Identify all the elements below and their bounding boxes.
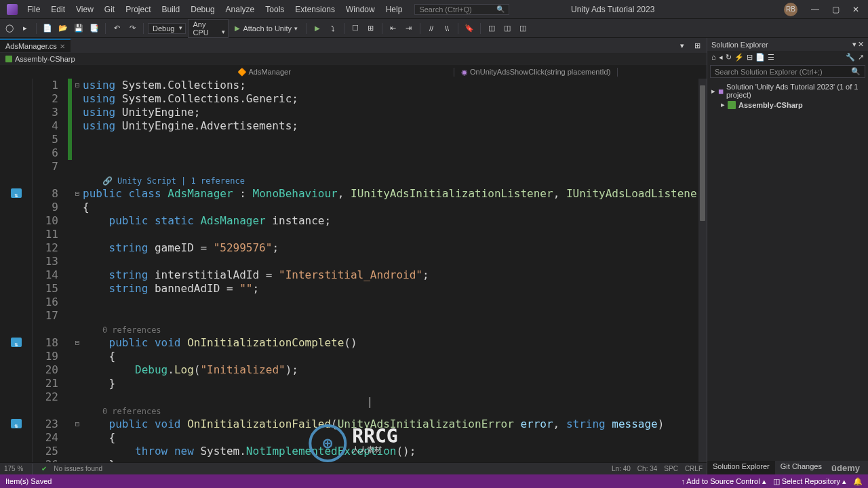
tool-2[interactable]: ⊞ xyxy=(364,22,378,35)
comment[interactable]: // xyxy=(425,22,438,35)
menu-project[interactable]: Project xyxy=(120,2,156,17)
indent-right[interactable]: ⇥ xyxy=(402,22,416,35)
fold-toggle[interactable] xyxy=(72,268,83,282)
indent-left[interactable]: ⇤ xyxy=(387,22,400,35)
close-button[interactable]: ✕ xyxy=(846,3,865,16)
fold-toggle[interactable] xyxy=(72,241,83,255)
fold-toggle[interactable] xyxy=(72,458,83,462)
view-switch-icon[interactable]: ↗ xyxy=(858,53,864,62)
close-tab-icon[interactable]: ✕ xyxy=(60,43,65,50)
asm-tab[interactable]: Assembly-CSharp xyxy=(0,54,81,64)
fold-toggle[interactable] xyxy=(72,133,83,146)
menu-analyze[interactable]: Analyze xyxy=(220,2,260,17)
fold-toggle[interactable] xyxy=(72,445,83,458)
fold-toggle[interactable] xyxy=(72,323,83,336)
panel-pin-icon[interactable]: ▾ xyxy=(852,40,856,49)
start-button[interactable]: ▶ xyxy=(311,22,324,35)
collapse-icon[interactable]: ⊟ xyxy=(747,53,753,62)
fold-toggle[interactable] xyxy=(72,350,83,363)
redo-button[interactable]: ↷ xyxy=(125,22,139,35)
fold-toggle[interactable] xyxy=(72,390,83,404)
menu-tools[interactable]: Tools xyxy=(260,2,290,17)
back-icon[interactable]: ◂ xyxy=(719,53,723,62)
tool-5[interactable]: ◫ xyxy=(516,22,530,35)
fold-toggle[interactable] xyxy=(72,228,83,241)
panel-close-icon[interactable]: ✕ xyxy=(858,40,864,49)
config-dropdown[interactable]: Debug xyxy=(148,23,186,34)
fold-toggle[interactable] xyxy=(72,255,83,268)
step-button[interactable]: ⤵ xyxy=(326,22,340,35)
sync-icon[interactable]: ↻ xyxy=(726,53,732,62)
bookmark[interactable]: 🔖 xyxy=(462,22,476,35)
project-node[interactable]: ▸ Assembly-CSharp xyxy=(710,100,865,110)
menu-extensions[interactable]: Extensions xyxy=(290,2,340,17)
fold-toggle[interactable] xyxy=(72,201,83,214)
fold-toggle[interactable] xyxy=(72,119,83,133)
eol-indicator[interactable]: CRLF xyxy=(685,465,703,472)
fold-toggle[interactable]: ⊟ xyxy=(72,418,83,431)
vertical-scrollbar[interactable] xyxy=(698,79,707,462)
notifications-icon[interactable]: 🔔 xyxy=(853,477,863,486)
maximize-button[interactable]: ▢ xyxy=(826,3,845,16)
fold-toggle[interactable] xyxy=(72,377,83,390)
home-icon[interactable]: ⌂ xyxy=(711,53,716,62)
wrench-icon[interactable]: 🔧 xyxy=(846,53,855,62)
tab-overflow-icon[interactable]: ▾ xyxy=(675,39,689,52)
filter-icon[interactable]: ⚡ xyxy=(734,53,744,62)
menu-file[interactable]: File xyxy=(22,2,45,17)
select-repository[interactable]: ◫ Select Repository ▴ xyxy=(773,477,846,486)
menu-git[interactable]: Git xyxy=(99,2,120,17)
save-button[interactable]: 💾 xyxy=(72,22,85,35)
fold-toggle[interactable] xyxy=(72,214,83,228)
tool-3[interactable]: ◫ xyxy=(485,22,498,35)
code-editor[interactable]: ⇅⇅⇅⇅ 12345678910111213141516171819202122… xyxy=(0,79,707,462)
fold-toggle[interactable] xyxy=(72,282,83,296)
fold-toggle[interactable] xyxy=(72,106,83,119)
fold-toggle[interactable] xyxy=(72,431,83,445)
fold-toggle[interactable] xyxy=(72,174,83,187)
char-indicator[interactable]: Ch: 34 xyxy=(637,465,657,472)
minimize-button[interactable]: — xyxy=(806,3,825,16)
issues-label[interactable]: No issues found xyxy=(54,465,102,472)
tool-4[interactable]: ◫ xyxy=(500,22,514,35)
fold-toggle[interactable] xyxy=(72,363,83,377)
fold-toggle[interactable] xyxy=(72,309,83,323)
menu-debug[interactable]: Debug xyxy=(185,2,220,17)
properties-icon[interactable]: ☰ xyxy=(768,53,774,62)
zoom-level[interactable]: 175 % xyxy=(4,465,23,472)
tab-git-changes[interactable]: Git Changes xyxy=(775,461,827,474)
save-all-button[interactable]: 📑 xyxy=(87,22,101,35)
fold-toggle[interactable] xyxy=(72,146,83,160)
solution-search-input[interactable]: Search Solution Explorer (Ctrl+;) 🔍 xyxy=(710,65,865,78)
open-button[interactable]: 📂 xyxy=(56,22,70,35)
expand-icon[interactable]: ▸ xyxy=(711,87,715,96)
show-all-icon[interactable]: 📄 xyxy=(755,53,765,62)
menu-edit[interactable]: Edit xyxy=(45,2,71,17)
fold-toggle[interactable]: ⊟ xyxy=(72,336,83,350)
menu-build[interactable]: Build xyxy=(157,2,186,17)
undo-button[interactable]: ↶ xyxy=(110,22,123,35)
file-tab-adsmanager[interactable]: AdsManager.cs ✕ xyxy=(0,39,71,52)
user-avatar[interactable]: RB xyxy=(784,3,797,16)
solution-node[interactable]: ▸ ◼ Solution 'Unity Ads Tutorial 2023' (… xyxy=(710,82,865,100)
fold-toggle[interactable] xyxy=(72,92,83,106)
tab-solution-explorer[interactable]: Solution Explorer xyxy=(707,461,775,474)
fold-toggle[interactable] xyxy=(72,160,83,174)
menu-window[interactable]: Window xyxy=(340,2,380,17)
split-icon[interactable]: ⊞ xyxy=(690,39,704,52)
tool-1[interactable]: ☐ xyxy=(349,22,362,35)
menu-help[interactable]: Help xyxy=(380,2,408,17)
expand-icon[interactable]: ▸ xyxy=(721,100,725,109)
line-indicator[interactable]: Ln: 40 xyxy=(612,465,631,472)
menu-view[interactable]: View xyxy=(71,2,99,17)
add-source-control[interactable]: ↑ Add to Source Control ▴ xyxy=(681,477,766,486)
solution-explorer-title[interactable]: Solution Explorer ▾ ✕ xyxy=(707,38,868,51)
platform-dropdown[interactable]: Any CPU xyxy=(188,19,229,38)
fold-toggle[interactable]: ⊟ xyxy=(72,187,83,201)
fold-toggle[interactable] xyxy=(72,296,83,309)
fold-toggle[interactable]: ⊟ xyxy=(72,79,83,92)
spaces-indicator[interactable]: SPC xyxy=(664,465,678,472)
uncomment[interactable]: \\ xyxy=(440,22,454,35)
breadcrumb-method[interactable]: ◉ OnUnityAdsShowClick(string placementId… xyxy=(454,68,618,77)
attach-unity-button[interactable]: ▶ Attach to Unity ▾ xyxy=(231,23,302,34)
